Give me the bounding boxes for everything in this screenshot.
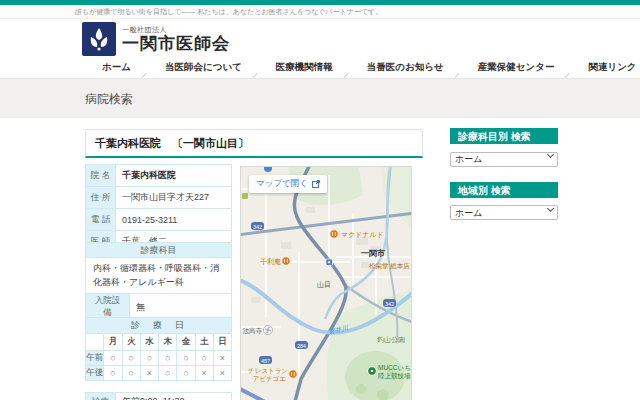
restaurant-marker-icon[interactable]	[289, 370, 297, 378]
route-shield-342b: 342	[383, 299, 396, 307]
map-label-shoeido: 松栄堂 総本店	[369, 262, 410, 270]
senrian-marker-icon[interactable]	[282, 257, 290, 265]
pm-fri-mark: ○	[177, 366, 195, 381]
pm-tue-mark: ○	[122, 366, 140, 381]
nav-item-medical-institutions[interactable]: 医療機関情報	[259, 58, 350, 78]
clinic-info-table: 院 名 千葉内科医院 住 所 一関市山目字才天227 電 話 0191-25-3…	[85, 164, 232, 253]
route-shield-457: 457	[259, 356, 272, 364]
org-name: 一関市医師会	[122, 35, 230, 53]
schedule-am-row: 午前 ○ ○ ○ ○ ○ ○ ×	[86, 351, 232, 366]
main-nav: ホーム 当医師会について 医療機関情報 当番医のお知らせ 産業保健センター 関連…	[0, 58, 640, 78]
search-by-department-header: 診療科目別 検索	[450, 128, 558, 144]
phone-label: 電 話	[86, 209, 116, 231]
departments-table: 診療科目 内科・循環器科・呼吸器科・消化器科・アレルギー科	[85, 242, 232, 294]
table-row: 電 話 0191-25-3211	[86, 209, 232, 231]
clinic-name-value: 千葉内科医院	[116, 165, 232, 187]
pm-label: 午後	[86, 366, 104, 381]
clinic-heading: 千葉内科医院 〔一関市山目〕	[85, 129, 423, 158]
phone-value: 0191-25-3211	[116, 209, 232, 231]
am-thu-mark: ○	[159, 351, 177, 366]
pm-sat-mark: ×	[195, 366, 213, 381]
pm-mon-mark: ○	[104, 366, 122, 381]
map-panel[interactable]: マップで開く	[240, 166, 412, 400]
mcdonalds-marker-icon[interactable]	[330, 230, 338, 238]
address-label: 住 所	[86, 187, 116, 209]
map-label-yamanome: 山目	[317, 281, 331, 289]
pm-thu-mark: ○	[159, 366, 177, 381]
am-fri-mark: ○	[177, 351, 195, 366]
map-label-mcdonalds: マクドナルド	[341, 231, 384, 238]
schedule-days-row: 月 火 水 木 金 土 日	[86, 334, 232, 351]
am-wed-mark: ○	[140, 351, 158, 366]
area-search-select[interactable]: ホーム	[450, 205, 558, 220]
nav-item-related-links[interactable]: 関連リンク	[571, 58, 640, 78]
search-by-area-header: 地域別 検索	[450, 182, 558, 198]
address-value: 一関市山目字才天227	[116, 187, 232, 209]
map-label-stadium-2: 陸上競技場	[378, 372, 411, 380]
site-tagline: 誰もが健康で明るい街を目指して―― 私たちは、あなたとお医者さんをつなぐパートナ…	[0, 5, 640, 19]
pm-sun-mark: ×	[213, 366, 231, 381]
svg-text:342: 342	[253, 224, 262, 230]
pm-wed-mark: ×	[140, 366, 158, 381]
map-label-stadium-1: MUCCいち	[378, 364, 411, 371]
logo-icon	[82, 22, 116, 56]
prefectural-route-shield-icon	[242, 193, 248, 199]
station-marker-icon[interactable]	[326, 259, 333, 266]
nav-item-home[interactable]: ホーム	[85, 58, 148, 78]
day-fri: 金	[177, 334, 195, 351]
schedule-pm-row: 午後 ○ ○ × ○ ○ × ×	[86, 366, 232, 381]
day-sun: 日	[213, 334, 231, 351]
hours-value: 午前9:00~11:30	[116, 393, 232, 400]
route-shield-342: 342	[251, 222, 264, 230]
am-sun-mark: ×	[213, 351, 231, 366]
hours-table: 診療 午前9:00~11:30	[85, 392, 232, 400]
am-mon-mark: ○	[104, 351, 122, 366]
page-title: 病院検索	[0, 78, 640, 118]
departments-value: 内科・循環器科・呼吸器科・消化器科・アレルギー科	[86, 258, 232, 294]
schedule-title: 診 療 日	[86, 318, 232, 334]
content-area: 千葉内科医院 〔一関市山目〕 院 名 千葉内科医院 住 所 一関市山目字才天22…	[0, 118, 640, 400]
day-sat: 土	[195, 334, 213, 351]
map-label-temple: 法高寺	[243, 327, 263, 335]
site-header: 一般社団法人 一関市医師会	[0, 19, 640, 58]
external-link-icon	[312, 180, 320, 188]
schedule-table: 診 療 日 月 火 水 木 金 土 日 午前 ○ ○ ○ ○ ○ ○ × 午後 …	[85, 317, 232, 381]
map-canvas[interactable]: 342 284 457 342	[241, 167, 412, 400]
nav-item-about[interactable]: 当医師会について	[148, 58, 259, 78]
day-thu: 木	[159, 334, 177, 351]
nav-item-occupational-health[interactable]: 産業保健センター	[461, 58, 572, 78]
am-label: 午前	[86, 351, 104, 366]
svg-text:457: 457	[261, 358, 270, 364]
stadium-marker-icon[interactable]	[368, 367, 376, 375]
route-shield-284: 284	[295, 341, 308, 349]
table-row: 院 名 千葉内科医院	[86, 165, 232, 187]
svg-text:284: 284	[297, 343, 306, 349]
table-row: 住 所 一関市山目字才天227	[86, 187, 232, 209]
open-in-maps-button[interactable]: マップで開く	[249, 175, 327, 193]
map-label-restaurant-2: アビチゴエ	[253, 375, 287, 382]
day-tue: 火	[122, 334, 140, 351]
map-label-park: 釣山公園	[377, 336, 405, 344]
departments-header: 診療科目	[86, 243, 232, 258]
map-label-city: 一関市	[361, 248, 385, 258]
nav-item-duty-doctor-news[interactable]: 当番医のお知らせ	[350, 58, 461, 78]
sidebar: 診療科目別 検索 ホーム 地域別 検索 ホーム	[450, 128, 558, 220]
clinic-name-label: 院 名	[86, 165, 116, 187]
hours-label: 診療	[86, 393, 116, 400]
day-mon: 月	[104, 334, 122, 351]
temple-marker-icon[interactable]	[264, 326, 273, 335]
map-label-restaurant-1: チレストラン	[248, 367, 288, 374]
day-wed: 水	[140, 334, 158, 351]
open-in-maps-label: マップで開く	[256, 178, 308, 190]
map-label-senrian: 千利庵	[260, 258, 281, 266]
svg-text:342: 342	[385, 301, 394, 307]
site-logo[interactable]: 一般社団法人 一関市医師会	[82, 22, 230, 56]
am-sat-mark: ○	[195, 351, 213, 366]
department-search-select[interactable]: ホーム	[450, 152, 558, 167]
am-tue-mark: ○	[122, 351, 140, 366]
